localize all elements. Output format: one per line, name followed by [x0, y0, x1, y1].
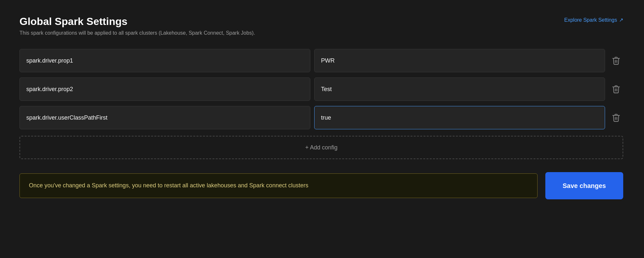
- config-row: [19, 77, 623, 101]
- page-title: Global Spark Settings: [19, 16, 255, 28]
- save-changes-button[interactable]: Save changes: [545, 172, 623, 199]
- footer-bar: Once you've changed a Spark settings, yo…: [19, 172, 623, 199]
- config-key-input-2[interactable]: [19, 77, 310, 101]
- warning-text: Once you've changed a Spark settings, yo…: [29, 182, 308, 189]
- page-container: Global Spark Settings This spark configu…: [19, 16, 623, 199]
- page-subtitle: This spark configurations will be applie…: [19, 30, 255, 36]
- delete-config-button-3[interactable]: [609, 111, 623, 125]
- trash-icon-2: [612, 85, 621, 94]
- header-left: Global Spark Settings This spark configu…: [19, 16, 255, 36]
- config-value-input-2[interactable]: [314, 77, 605, 101]
- explore-link-text: Explore Spark Settings: [564, 17, 617, 23]
- save-button-label: Save changes: [563, 182, 606, 189]
- add-config-label: + Add config: [305, 144, 338, 151]
- trash-icon-1: [612, 56, 621, 65]
- config-key-input-1[interactable]: [19, 49, 310, 72]
- add-config-button[interactable]: + Add config: [19, 136, 623, 159]
- config-row: [19, 49, 623, 72]
- config-value-input-1[interactable]: [314, 49, 605, 72]
- delete-config-button-1[interactable]: [609, 53, 623, 68]
- config-key-input-3[interactable]: [19, 106, 310, 129]
- warning-message: Once you've changed a Spark settings, yo…: [19, 173, 538, 198]
- config-row: [19, 106, 623, 129]
- page-header: Global Spark Settings This spark configu…: [19, 16, 623, 36]
- config-rows: [19, 49, 623, 129]
- delete-config-button-2[interactable]: [609, 82, 623, 96]
- trash-icon-3: [612, 113, 621, 122]
- config-value-input-3[interactable]: [314, 106, 605, 129]
- explore-spark-settings-link[interactable]: Explore Spark Settings ↗: [564, 16, 623, 23]
- external-link-icon: ↗: [619, 17, 623, 23]
